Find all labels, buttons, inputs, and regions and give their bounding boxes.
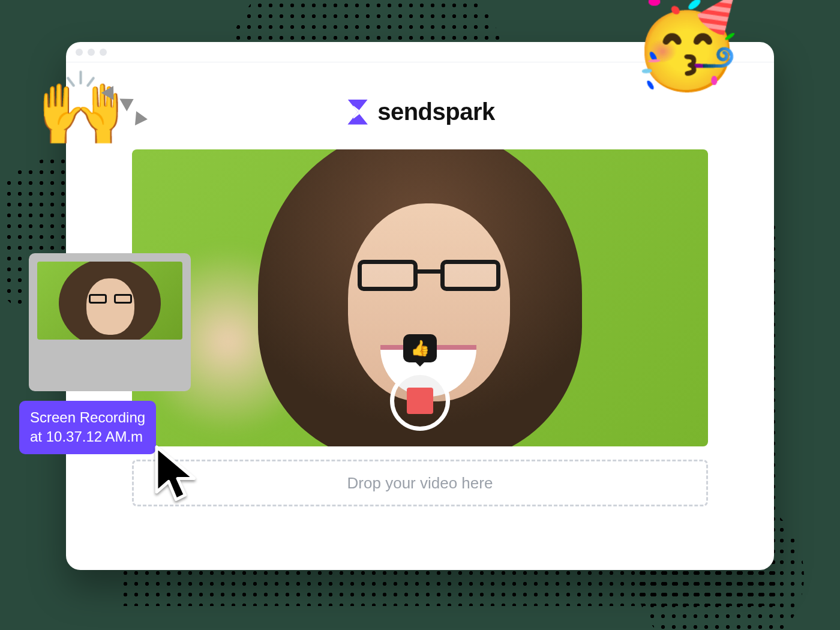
party-face-emoji: 🥳 <box>631 0 743 86</box>
brand-name: sendspark <box>377 98 495 125</box>
file-thumbnail <box>37 262 182 340</box>
dragged-file-name: Screen Recording at 10.37.12 AM.m <box>19 401 156 454</box>
traffic-light-zoom[interactable] <box>100 49 107 56</box>
traffic-light-minimize[interactable] <box>88 49 95 56</box>
dropzone-label: Drop your video here <box>347 474 493 493</box>
camera-preview: 👍 <box>132 149 708 446</box>
dragged-file-preview[interactable] <box>29 253 191 391</box>
reaction-tooltip: 👍 <box>403 334 437 362</box>
traffic-light-close[interactable] <box>76 49 83 56</box>
person-glasses <box>358 260 500 293</box>
brand-mark-icon <box>345 100 370 125</box>
stop-record-button[interactable] <box>390 371 450 431</box>
file-name-line1: Screen Recording <box>30 409 145 425</box>
stop-icon <box>407 388 433 414</box>
cursor-icon <box>154 444 202 504</box>
confetti-triangle-icon <box>135 111 148 127</box>
file-name-line2: at 10.37.12 AM.m <box>30 428 143 445</box>
video-dropzone[interactable]: Drop your video here <box>132 460 708 506</box>
thumbs-up-icon: 👍 <box>410 339 430 358</box>
brand-logo: sendspark <box>102 98 738 125</box>
raised-hands-emoji: 🙌 <box>36 72 126 144</box>
